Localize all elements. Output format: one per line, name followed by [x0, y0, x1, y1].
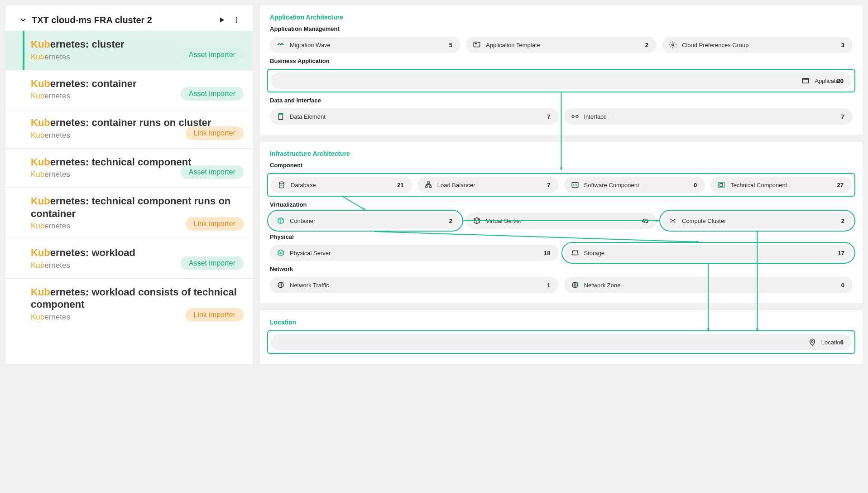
pill-row: Database21Load Balancer7Software Compone…: [267, 173, 855, 197]
software-icon: [571, 180, 580, 189]
pill-row: Application20: [267, 69, 855, 92]
match-highlight: Kub: [31, 195, 50, 207]
group-title: Data and Interface: [270, 97, 853, 104]
pill-storage[interactable]: Storage17: [564, 245, 853, 261]
loadbalancer-icon: [424, 180, 433, 189]
importer-list-item[interactable]: Kubernetes: containerKubernetesAsset imp…: [5, 70, 253, 109]
pill-label: Virtual Server: [486, 218, 642, 224]
more-vert-icon[interactable]: [229, 13, 244, 27]
importer-list-item[interactable]: Kubernetes: clusterKubernetesAsset impor…: [5, 31, 253, 70]
match-highlight: Kub: [31, 117, 50, 128]
nettraffic-icon: [276, 280, 285, 290]
importer-list-item[interactable]: Kubernetes: workloadKubernetesAsset impo…: [5, 239, 253, 278]
pill-label: Technical Component: [730, 182, 837, 188]
pill-count: 27: [837, 182, 844, 188]
pill-count: 17: [838, 250, 844, 256]
pill-label: Container: [290, 218, 449, 224]
pill-container[interactable]: Container2: [270, 213, 460, 229]
importer-title: TXT cloud-ms FRA cluster 2: [32, 15, 215, 25]
pill-location[interactable]: Location6: [271, 334, 852, 350]
svg-rect-26: [427, 182, 430, 183]
chevron-down-icon[interactable]: [19, 16, 27, 24]
pserver-icon: [276, 248, 285, 257]
pill-cloud-preferences-group[interactable]: Cloud Preferences Group3: [662, 37, 853, 53]
importer-list-item[interactable]: Kubernetes: technical componentKubernete…: [5, 148, 253, 188]
section-title: Application Architecture: [270, 14, 853, 21]
importer-list-item[interactable]: Kubernetes: container runs on clusterKub…: [5, 109, 253, 148]
pill-count: 20: [837, 77, 844, 84]
match-highlight: Kub: [31, 222, 44, 230]
pill-row: Network Traffic1Network Zone0: [270, 277, 853, 293]
vserver-icon: [472, 216, 481, 225]
group-title: Virtualization: [270, 201, 853, 208]
pill-compute-cluster[interactable]: Compute Cluster2: [662, 213, 853, 229]
pill-row: Migration Wave5Application Template2Clou…: [270, 37, 853, 53]
pill-label: Cloud Preferences Group: [682, 42, 841, 48]
data-icon: [276, 112, 285, 121]
pill-migration-wave[interactable]: Migration Wave5: [270, 37, 460, 53]
architecture-section: Infrastructure ArchitectureComponentData…: [260, 142, 863, 303]
importer-list: Kubernetes: clusterKubernetesAsset impor…: [5, 31, 253, 330]
match-highlight: Kub: [31, 247, 50, 258]
pill-data-element[interactable]: Data Element7: [270, 108, 559, 125]
pill-count: 2: [841, 218, 844, 224]
importer-badge: Link importer: [186, 126, 244, 140]
pill-count: 0: [841, 282, 844, 289]
svg-point-40: [811, 341, 813, 343]
pill-label: Software Component: [584, 182, 694, 188]
pill-interface[interactable]: Interface7: [564, 108, 853, 125]
pill-count: 2: [449, 218, 452, 224]
pill-count: 7: [547, 182, 550, 188]
pill-network-zone[interactable]: Network Zone0: [564, 277, 853, 293]
importer-badge: Asset importer: [181, 165, 244, 179]
template-icon: [472, 40, 481, 49]
svg-rect-16: [475, 43, 477, 44]
importer-header: TXT cloud-ms FRA cluster 2: [5, 10, 253, 31]
svg-point-1: [236, 19, 237, 21]
pill-row: Data Element7Interface7: [270, 108, 853, 125]
section-title: Infrastructure Architecture: [270, 150, 853, 157]
importer-badge: Asset importer: [181, 48, 244, 62]
importer-list-item[interactable]: Kubernetes: technical component runs on …: [5, 187, 253, 239]
svg-point-25: [279, 182, 284, 184]
match-highlight: Kub: [31, 261, 44, 270]
pill-row: Physical Server18Storage17: [270, 245, 853, 261]
group-title: Application Management: [270, 25, 853, 32]
pill-application[interactable]: Application20: [271, 72, 852, 89]
importer-list-item[interactable]: Kubernetes: workload consists of technic…: [5, 278, 253, 330]
svg-rect-22: [279, 113, 283, 115]
pill-application-template[interactable]: Application Template2: [466, 37, 657, 53]
pill-count: 1: [547, 282, 550, 289]
importer-badge: Link importer: [186, 217, 244, 231]
interface-icon: [571, 112, 580, 121]
importer-item-title: Kubernetes: workload consists of technic…: [31, 286, 244, 311]
pill-label: Application Template: [486, 42, 645, 48]
container-icon: [276, 216, 285, 225]
pill-virtual-server[interactable]: Virtual Server45: [466, 213, 657, 229]
pill-label: Physical Server: [290, 250, 544, 256]
pill-label: Network Traffic: [290, 282, 547, 289]
pill-count: 7: [841, 113, 844, 120]
pill-label: Load Balancer: [437, 182, 547, 188]
storage-icon: [571, 248, 580, 257]
pill-count: 5: [449, 42, 452, 48]
pill-software-component[interactable]: Software Component0: [564, 177, 705, 193]
svg-point-20: [803, 79, 804, 79]
pill-network-traffic[interactable]: Network Traffic1: [270, 277, 559, 293]
netzone-icon: [571, 280, 580, 290]
pill-technical-component[interactable]: Technical Component27: [710, 177, 852, 193]
group-title: Business Application: [270, 58, 853, 64]
pill-label: Storage: [584, 250, 838, 256]
svg-point-39: [576, 282, 578, 284]
play-icon[interactable]: [215, 13, 229, 27]
architecture-panel: Application ArchitectureApplication Mana…: [260, 5, 863, 364]
location-icon: [808, 338, 817, 347]
pill-label: Interface: [584, 113, 841, 120]
pill-label: Data Element: [290, 113, 547, 120]
pill-count: 7: [547, 113, 550, 120]
pill-load-balancer[interactable]: Load Balancer7: [417, 177, 559, 193]
pill-count: 2: [645, 42, 648, 48]
importer-item-title: Kubernetes: technical component runs on …: [31, 195, 244, 220]
pill-database[interactable]: Database21: [271, 177, 412, 193]
pill-physical-server[interactable]: Physical Server18: [270, 245, 559, 261]
